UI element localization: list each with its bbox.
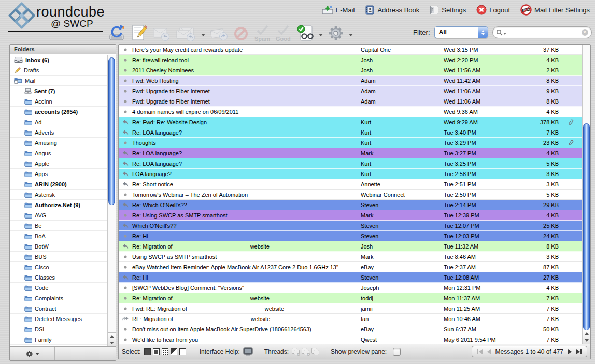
message-row[interactable]: Re: Fwd: Re: Website DesignKurtWed 9:29 … <box>119 117 583 127</box>
message-row[interactable]: Re: LOA language?KurtTue 3:25 PM5 KB <box>119 158 583 169</box>
folder-item-accounts[interactable]: accounts (2654) <box>10 107 108 117</box>
folder-item-sent[interactable]: Sent (7) <box>10 86 108 96</box>
message-row[interactable]: 4 domain names will expire on 06/09/2011… <box>119 107 583 117</box>
message-row[interactable]: Re: HiStevenTue 12:08 AM27 KB <box>119 272 583 283</box>
folder-item-complaints[interactable]: Complaints <box>10 293 108 303</box>
message-row[interactable]: We'd like to hear from youQwestMay 6 201… <box>119 334 583 344</box>
mark-messages-button[interactable] <box>295 24 315 42</box>
message-row[interactable]: Re: LOA language?KurtTue 3:40 PM7 KB <box>119 127 583 138</box>
scroll-down-icon[interactable] <box>108 340 116 346</box>
message-row[interactable]: 2011 Chesley NomineesJoshWed 11:56 AM2 K… <box>119 65 583 76</box>
message-row[interactable]: Tomorrow's Webinar – The Zen of Automati… <box>119 190 583 200</box>
search-icon[interactable] <box>496 29 503 36</box>
message-row[interactable]: eBay Watched Item Reminder: Apple MacBoo… <box>119 262 583 272</box>
message-row[interactable]: Fwd: RE: Migration ofwebsitejamiiMon 11:… <box>119 303 583 314</box>
delete-button[interactable] <box>232 25 250 42</box>
folder-item-contract[interactable]: Contract <box>10 303 108 314</box>
folders-scrollbar[interactable] <box>107 55 116 346</box>
folder-item-arin[interactable]: ARIN (2900) <box>10 179 108 190</box>
message-row[interactable]: ThoughtsKurtTue 3:29 PM23 KB <box>119 138 583 148</box>
folder-actions-button[interactable] <box>10 347 55 360</box>
folder-item-classes[interactable]: Classes <box>10 272 108 283</box>
folder-item-boa[interactable]: BoA <box>10 231 108 241</box>
folder-item-apps[interactable]: Apps <box>10 169 108 179</box>
folder-item-asterisk[interactable]: Asterisk <box>10 190 108 200</box>
folder-item-family[interactable]: Family <box>10 334 108 345</box>
message-row[interactable]: Fwd: Upgrade to Fiber InternetAdamWed 11… <box>119 96 583 107</box>
check-mail-button[interactable] <box>107 23 126 42</box>
folder-item-avg[interactable]: AVG <box>10 210 108 221</box>
message-row[interactable]: Re: Which O'Neill's??StevenTue 2:14 PM29… <box>119 200 583 210</box>
folder-item-ad[interactable]: Ad <box>10 117 108 127</box>
message-row[interactable]: [SWCP WebDev Blog] Comment: "Versions"Jo… <box>119 283 583 293</box>
message-row[interactable]: Fwd: Upgrade to Fiber InternetAdamWed 11… <box>119 86 583 96</box>
more-dropdown-caret[interactable] <box>349 34 353 36</box>
select-all-icon[interactable] <box>144 348 151 355</box>
message-row[interactable]: Re: Migration ofwebsiteJoshTue 11:32 AM8… <box>119 241 583 252</box>
message-row[interactable]: Which O'Neill's??StevenTue 12:07 PM25 KB <box>119 221 583 231</box>
nav-settings[interactable]: Settings <box>430 5 466 15</box>
expand-all-threads-icon[interactable]: + <box>292 348 300 355</box>
nav-email[interactable]: E-Mail <box>322 5 355 14</box>
folder-item-mail[interactable]: Mail <box>10 76 108 86</box>
folder-item-amusing[interactable]: Amusing <box>10 138 108 148</box>
select-none-icon[interactable] <box>179 348 186 355</box>
filter-select[interactable]: All <box>434 26 488 38</box>
folder-item-authorize-net[interactable]: Authorize.Net (9) <box>10 200 108 210</box>
search-input[interactable] <box>508 28 582 37</box>
folder-item-cisco[interactable]: Cisco <box>10 262 108 272</box>
first-page-icon[interactable] <box>477 349 483 354</box>
collapse-all-threads-icon[interactable] <box>311 348 319 355</box>
message-row[interactable]: Re: Short noticeAnnetteTue 2:51 PM3 KB <box>119 179 583 190</box>
folder-item-dsl[interactable]: DSL <box>10 324 108 334</box>
preview-pane-checkbox[interactable] <box>393 348 401 356</box>
next-page-icon[interactable] <box>568 349 572 354</box>
folders-scrollbar-thumb[interactable] <box>108 57 115 205</box>
forward-button[interactable] <box>209 25 229 42</box>
message-row[interactable]: Here's your May credit card rewards upda… <box>119 45 583 55</box>
reply-all-button[interactable] <box>175 25 197 42</box>
folder-item-apple[interactable]: Apple <box>10 158 108 169</box>
folder-item-bus[interactable]: BUS <box>10 252 108 262</box>
scroll-up-icon[interactable] <box>108 333 116 340</box>
nav-logout[interactable]: Logout <box>476 5 510 15</box>
folder-item-be[interactable]: Be <box>10 221 108 231</box>
select-page-icon[interactable] <box>153 348 160 355</box>
interface-help-icon[interactable] <box>243 347 253 356</box>
mark-good-button[interactable]: Good <box>275 24 292 42</box>
folder-item-adverts[interactable]: Adverts <box>10 127 108 138</box>
expand-unread-threads-icon[interactable]: ● <box>302 348 309 355</box>
message-row[interactable]: RE: Migration ofwebsiteIanMon 10:46 AM7 … <box>119 314 583 324</box>
message-scrollbar-thumb[interactable] <box>583 123 590 330</box>
search-clear-icon[interactable]: ✕ <box>582 29 588 36</box>
message-row[interactable]: Using SWCP as SMTP smarthostMarkTue 8:46… <box>119 252 583 262</box>
select-invert-icon[interactable] <box>171 348 177 355</box>
message-row[interactable]: LOA language?KurtTue 2:58 PM3 KB <box>119 169 583 179</box>
mark-dropdown-caret[interactable] <box>319 34 323 36</box>
folder-item-code[interactable]: Code <box>10 283 108 293</box>
scroll-down-icon[interactable] <box>583 337 590 344</box>
folder-item-drafts[interactable]: Drafts <box>10 65 108 76</box>
last-page-icon[interactable] <box>576 349 582 354</box>
mark-spam-button[interactable]: Spam <box>253 24 271 42</box>
reply-button[interactable] <box>151 25 171 42</box>
reply-all-dropdown-caret[interactable] <box>201 34 205 36</box>
compose-button[interactable] <box>130 23 148 42</box>
more-actions-button[interactable] <box>327 24 345 42</box>
nav-mail-filter-settings[interactable]: SPAM Mail Filter Settings <box>520 4 590 16</box>
folder-item-deleted-messages[interactable]: Deleted Messages <box>10 314 108 324</box>
nav-address-book[interactable]: Address Book <box>365 5 419 15</box>
folder-item-inbox[interactable]: Inbox (6) <box>10 55 108 65</box>
message-row[interactable]: Re: LOA language?MarkTue 3:27 PM4 KB <box>119 148 583 158</box>
message-row[interactable]: Fwd: Web HostingAdamWed 11:42 AM8 KB <box>119 76 583 86</box>
folder-item-angus[interactable]: Angus <box>10 148 108 158</box>
message-scrollbar[interactable] <box>582 45 590 344</box>
folder-item-botw[interactable]: BotW <box>10 241 108 252</box>
message-row[interactable]: Re: HiStevenTue 12:03 PM24 KB <box>119 231 583 241</box>
message-row[interactable]: Re: Migration ofwebsitetoddjMon 11:37 AM… <box>119 293 583 303</box>
scroll-up-icon[interactable] <box>583 330 590 337</box>
search-options-caret[interactable] <box>503 33 506 35</box>
message-row[interactable]: Re: Using SWCP as SMTP smarthostMarkTue … <box>119 210 583 221</box>
message-row[interactable]: Don't miss out on item Apple MacBook Air… <box>119 324 583 334</box>
select-unread-icon[interactable] <box>162 348 168 355</box>
